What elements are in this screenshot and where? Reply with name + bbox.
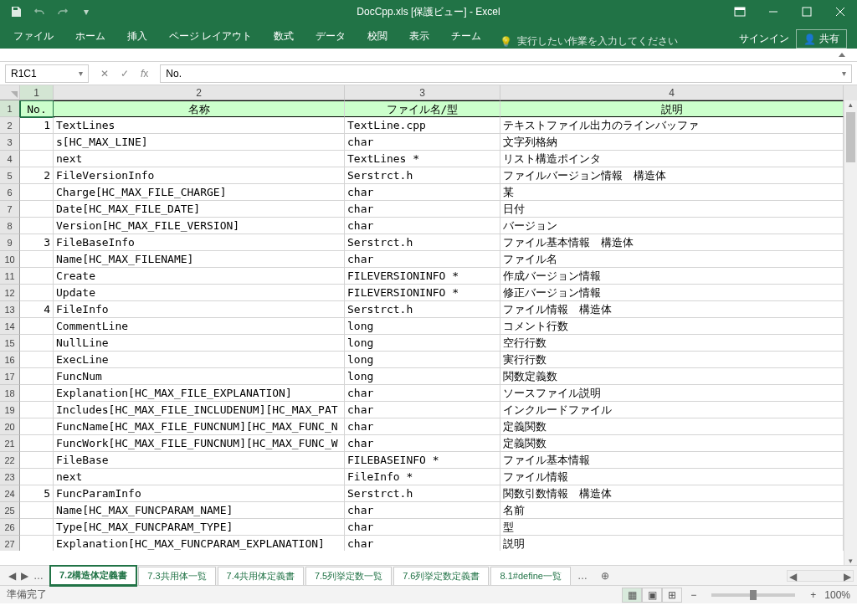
name-box[interactable]: R1C1	[5, 64, 89, 83]
row-header[interactable]: 18	[0, 385, 20, 402]
cell[interactable]	[20, 335, 54, 352]
cell[interactable]: ファイル名	[500, 251, 844, 268]
cancel-icon[interactable]: ✕	[100, 68, 109, 80]
cell[interactable]: CommentLine	[54, 318, 345, 335]
formula-input[interactable]: No.	[160, 64, 852, 83]
save-icon[interactable]	[5, 2, 27, 22]
cell[interactable]: 文字列格納	[500, 134, 844, 151]
cell[interactable]	[20, 268, 54, 285]
cell[interactable]: Serstrct.h	[345, 234, 500, 251]
cell[interactable]: char	[345, 134, 500, 151]
close-icon[interactable]	[824, 0, 857, 23]
cell[interactable]	[20, 385, 54, 402]
sheet-tab[interactable]: 7.2構造体定義書	[50, 566, 136, 586]
cell[interactable]	[20, 469, 54, 485]
cell[interactable]: 修正バージョン情報	[500, 285, 844, 301]
cell[interactable]: FILEBASEINFO *	[345, 452, 500, 469]
maximize-icon[interactable]	[790, 0, 824, 23]
cell[interactable]: 定義関数	[500, 435, 844, 452]
cell[interactable]: ExecLine	[54, 352, 345, 368]
row-header[interactable]: 16	[0, 352, 20, 368]
cell[interactable]: char	[345, 418, 500, 435]
cell[interactable]: Serstrct.h	[345, 301, 500, 318]
share-button[interactable]: 👤 共有	[796, 29, 847, 49]
cell[interactable]	[20, 536, 54, 551]
cell[interactable]: FuncWork[HC_MAX_FILE_FUNCNUM][HC_MAX_FUN…	[54, 435, 345, 452]
sheet-tab[interactable]: 8.1#define一覧	[490, 567, 570, 585]
cell[interactable]: 関数引数情報 構造体	[500, 485, 844, 502]
cell[interactable]	[20, 218, 54, 234]
cell[interactable]: FILEVERSIONINFO *	[345, 268, 500, 285]
minimize-icon[interactable]	[757, 0, 790, 23]
row-header[interactable]: 12	[0, 285, 20, 301]
cell[interactable]	[20, 151, 54, 167]
row-header[interactable]: 22	[0, 452, 20, 469]
zoom-level[interactable]: 100%	[824, 589, 850, 601]
cell[interactable]	[20, 184, 54, 201]
cell[interactable]: 空行行数	[500, 335, 844, 352]
cell[interactable]: long	[345, 368, 500, 385]
redo-icon[interactable]	[52, 2, 74, 22]
zoom-out-icon[interactable]: −	[690, 589, 696, 601]
cell[interactable]: Charge[HC_MAX_FILE_CHARGE]	[54, 184, 345, 201]
cell[interactable]: s[HC_MAX_LINE]	[54, 134, 345, 151]
cell[interactable]: char	[345, 201, 500, 218]
cell[interactable]: FILEVERSIONINFO *	[345, 285, 500, 301]
sign-in-link[interactable]: サインイン	[739, 32, 789, 46]
horizontal-scrollbar[interactable]: ◀▶	[787, 570, 854, 582]
zoom-in-icon[interactable]: +	[810, 589, 816, 601]
cell[interactable]: FileInfo *	[345, 469, 500, 485]
sheet-tab[interactable]: 7.5列挙定数一覧	[305, 567, 392, 585]
cell[interactable]: FileInfo	[54, 301, 345, 318]
cell[interactable]	[20, 502, 54, 519]
cell[interactable]: 2	[20, 167, 54, 184]
sheet-tab[interactable]: 7.3共用体一覧	[138, 567, 215, 585]
cell[interactable]: char	[345, 218, 500, 234]
cell[interactable]: next	[54, 469, 345, 485]
cell[interactable]: char	[345, 519, 500, 536]
cell[interactable]: Name[HC_MAX_FUNCPARAM_NAME]	[54, 502, 345, 519]
cell[interactable]: char	[345, 251, 500, 268]
cell[interactable]: next	[54, 151, 345, 167]
cell[interactable]: バージョン	[500, 218, 844, 234]
cell[interactable]: ファイル基本情報	[500, 452, 844, 469]
row-header[interactable]: 9	[0, 234, 20, 251]
cell[interactable]: 某	[500, 184, 844, 201]
cell[interactable]: 5	[20, 485, 54, 502]
row-header[interactable]: 23	[0, 469, 20, 485]
cell[interactable]: 1	[20, 117, 54, 134]
cell[interactable]: FileBaseInfo	[54, 234, 345, 251]
cell[interactable]: リスト構造ポインタ	[500, 151, 844, 167]
zoom-slider[interactable]	[711, 593, 795, 597]
sheet-nav-prev-icon[interactable]: ◀	[7, 570, 18, 582]
row-header[interactable]: 24	[0, 485, 20, 502]
cell[interactable]: コメント行数	[500, 318, 844, 335]
row-header[interactable]: 13	[0, 301, 20, 318]
new-sheet-icon[interactable]: ⊕	[594, 570, 616, 582]
cell[interactable]: 名前	[500, 502, 844, 519]
cell[interactable]: Create	[54, 268, 345, 285]
cell[interactable]: Explanation[HC_MAX_FUNCPARAM_EXPLANATION…	[54, 536, 345, 551]
cell[interactable]: テキストファイル出力のラインバッファ	[500, 117, 844, 134]
fx-icon[interactable]: fx	[141, 68, 148, 80]
row-header[interactable]: 25	[0, 502, 20, 519]
row-header[interactable]: 27	[0, 536, 20, 551]
col-header-1[interactable]: 1	[20, 85, 54, 100]
cell[interactable]	[20, 285, 54, 301]
cell[interactable]: 実行行数	[500, 352, 844, 368]
cell[interactable]: FuncNum	[54, 368, 345, 385]
col-header-3[interactable]: 3	[345, 85, 500, 100]
cell[interactable]: TextLines	[54, 117, 345, 134]
qat-more-icon[interactable]: ▾	[75, 2, 97, 22]
sheet-nav-more-icon[interactable]: …	[32, 570, 45, 582]
cell[interactable]: TextLines *	[345, 151, 500, 167]
tab-team[interactable]: チーム	[441, 24, 491, 49]
ribbon-collapse-bar[interactable]	[0, 49, 857, 62]
row-header[interactable]: 2	[0, 117, 20, 134]
row-header[interactable]: 26	[0, 519, 20, 536]
page-break-view-icon[interactable]: ⊞	[662, 588, 682, 603]
col-header-2[interactable]: 2	[54, 85, 345, 100]
cell[interactable]: NullLine	[54, 335, 345, 352]
tab-file[interactable]: ファイル	[3, 24, 64, 49]
row-header[interactable]: 15	[0, 335, 20, 352]
